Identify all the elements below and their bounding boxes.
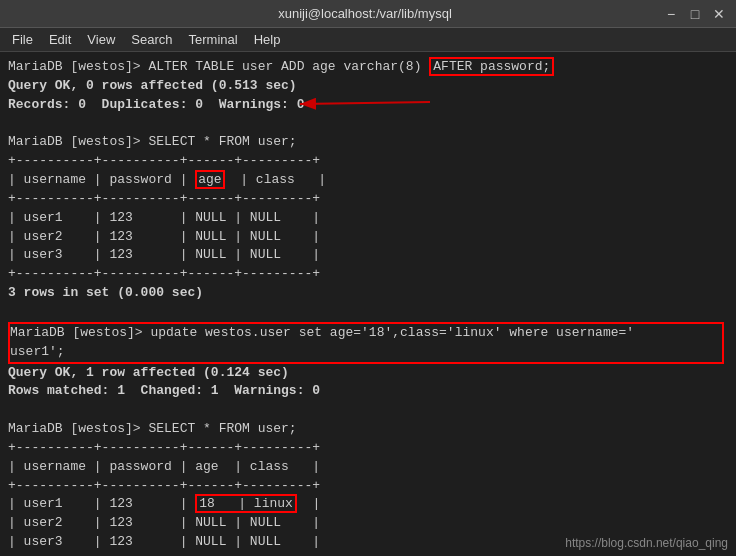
terminal-update-line1: MariaDB [westos]> update westos.user set… bbox=[10, 324, 722, 343]
terminal-table2-bot: +----------+----------+------+---------+ bbox=[8, 552, 728, 556]
highlight-after-password: AFTER password; bbox=[429, 57, 554, 76]
menu-view[interactable]: View bbox=[79, 30, 123, 49]
terminal-table1-top: +----------+----------+------+---------+ bbox=[8, 152, 728, 171]
terminal-table2-sep: +----------+----------+------+---------+ bbox=[8, 477, 728, 496]
terminal-update-line2: user1'; bbox=[10, 343, 722, 362]
window-controls[interactable]: − □ ✕ bbox=[662, 6, 728, 22]
terminal-blank2 bbox=[8, 303, 728, 322]
terminal-query-ok2: Query OK, 1 row affected (0.124 sec) bbox=[8, 364, 728, 383]
terminal-line-3: Records: 0 Duplicates: 0 Warnings: 0 bbox=[8, 96, 728, 115]
terminal-rows-matched: Rows matched: 1 Changed: 1 Warnings: 0 bbox=[8, 382, 728, 401]
menu-bar: File Edit View Search Terminal Help bbox=[0, 28, 736, 52]
terminal-table1-row3: | user3 | 123 | NULL | NULL | bbox=[8, 246, 728, 265]
menu-help[interactable]: Help bbox=[246, 30, 289, 49]
terminal-blank3 bbox=[8, 401, 728, 420]
menu-edit[interactable]: Edit bbox=[41, 30, 79, 49]
terminal-table1-row1: | user1 | 123 | NULL | NULL | bbox=[8, 209, 728, 228]
terminal-table1-header: | username | password | age | class | bbox=[8, 171, 728, 190]
terminal-table2-header: | username | password | age | class | bbox=[8, 458, 728, 477]
terminal-table1-row2: | user2 | 123 | NULL | NULL | bbox=[8, 228, 728, 247]
title-bar: xuniji@localhost:/var/lib/mysql − □ ✕ bbox=[0, 0, 736, 28]
highlight-update-block: MariaDB [westos]> update westos.user set… bbox=[8, 322, 724, 364]
terminal-line-blank1 bbox=[8, 115, 728, 134]
terminal[interactable]: MariaDB [westos]> ALTER TABLE user ADD a… bbox=[0, 52, 736, 556]
terminal-line-rowcount1: 3 rows in set (0.000 sec) bbox=[8, 284, 728, 303]
maximize-button[interactable]: □ bbox=[686, 6, 704, 22]
terminal-table1-sep: +----------+----------+------+---------+ bbox=[8, 190, 728, 209]
terminal-line-2: Query OK, 0 rows affected (0.513 sec) bbox=[8, 77, 728, 96]
terminal-table2-row1: | user1 | 123 | 18 | linux | bbox=[8, 495, 728, 514]
terminal-select2: MariaDB [westos]> SELECT * FROM user; bbox=[8, 420, 728, 439]
menu-search[interactable]: Search bbox=[123, 30, 180, 49]
menu-file[interactable]: File bbox=[4, 30, 41, 49]
menu-terminal[interactable]: Terminal bbox=[181, 30, 246, 49]
terminal-table2-row2: | user2 | 123 | NULL | NULL | bbox=[8, 514, 728, 533]
minimize-button[interactable]: − bbox=[662, 6, 680, 22]
terminal-line-1: MariaDB [westos]> ALTER TABLE user ADD a… bbox=[8, 58, 728, 77]
terminal-table2-top: +----------+----------+------+---------+ bbox=[8, 439, 728, 458]
terminal-table1-bot: +----------+----------+------+---------+ bbox=[8, 265, 728, 284]
close-button[interactable]: ✕ bbox=[710, 6, 728, 22]
window-title: xuniji@localhost:/var/lib/mysql bbox=[68, 6, 662, 21]
url-credit: https://blog.csdn.net/qiao_qing bbox=[565, 535, 728, 552]
terminal-line-4: MariaDB [westos]> SELECT * FROM user; bbox=[8, 133, 728, 152]
